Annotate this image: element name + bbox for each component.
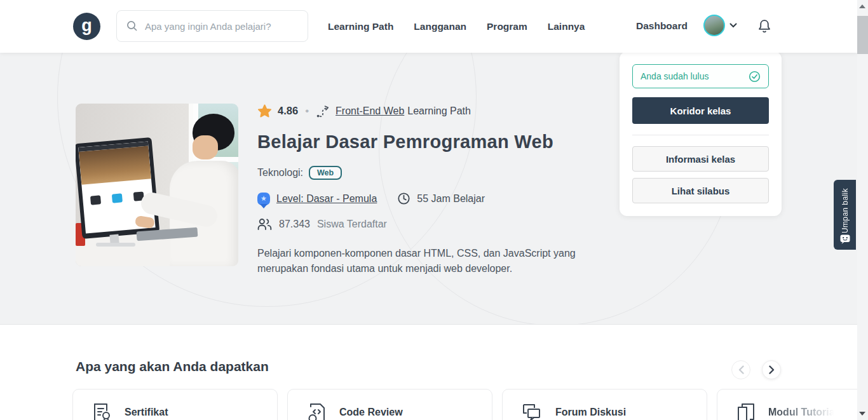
tutorial-module-icon <box>736 402 756 420</box>
level-badge-icon: ★ <box>257 193 270 205</box>
separator-dot: • <box>305 105 309 118</box>
rating-value: 4.86 <box>278 105 298 117</box>
rating-row: 4.86 • Front-End WebLearning Path <box>257 104 471 118</box>
class-info-button[interactable]: Informasi kelas <box>632 146 769 172</box>
students-label: Siswa Terdaftar <box>317 219 387 230</box>
course-meta-row: ★ Level: Dasar - Pemula 55 Jam Belajar <box>257 192 485 205</box>
course-image <box>76 104 238 266</box>
course-page: g Learning Path Langganan Program Lainny… <box>0 0 868 420</box>
dicoding-logo[interactable]: g <box>73 13 100 40</box>
scroll-down-arrow[interactable] <box>859 412 865 416</box>
benefits-section: Apa yang akan Anda dapatkan <box>0 325 857 420</box>
benefits-heading: Apa yang akan Anda dapatkan <box>76 359 269 374</box>
learning-path-suffix: Learning Path <box>407 105 471 116</box>
nav-program[interactable]: Program <box>487 21 527 32</box>
scroll-up-arrow[interactable] <box>859 4 865 8</box>
course-title: Belajar Dasar Pemrograman Web <box>257 132 553 152</box>
benefit-label: Sertifikat <box>125 407 168 418</box>
view-syllabus-button[interactable]: Lihat silabus <box>632 178 769 203</box>
chevron-down-icon <box>729 23 737 28</box>
benefit-card-forum: Forum Diskusi <box>502 389 707 420</box>
technology-label: Teknologi: <box>257 167 303 179</box>
benefit-card-code-review: Code Review <box>287 389 492 420</box>
technology-badge-web[interactable]: Web <box>309 166 342 180</box>
feedback-chat-icon <box>840 234 850 244</box>
learning-path-icon <box>316 104 330 118</box>
learning-path-link[interactable]: Front-End Web <box>336 105 404 116</box>
students-count: 87.343 <box>279 219 310 230</box>
benefits-cards: Sertifikat Code Review <box>72 389 868 420</box>
notification-bell-icon[interactable] <box>757 18 772 35</box>
students-row: 87.343 Siswa Terdaftar <box>257 217 387 231</box>
star-icon <box>257 104 272 118</box>
certificate-icon <box>92 402 112 420</box>
card-divider <box>632 135 769 135</box>
feedback-tab-label: Umpan balik <box>841 188 850 233</box>
technology-row: Teknologi: Web <box>257 166 342 180</box>
main-nav: Learning Path Langganan Program Lainnya <box>328 0 585 53</box>
status-passed-label: Anda sudah lulus <box>641 71 709 81</box>
benefit-label: Modul Tutorial <box>768 407 837 418</box>
page-scrollbar[interactable] <box>857 0 868 420</box>
benefit-card-certificate: Sertifikat <box>72 389 278 420</box>
feedback-tab[interactable]: Umpan balik <box>834 180 856 250</box>
nav-langganan[interactable]: Langganan <box>414 21 466 32</box>
nav-lainnya[interactable]: Lainnya <box>548 21 585 32</box>
user-menu[interactable] <box>703 15 737 36</box>
check-circle-icon <box>749 71 761 83</box>
study-hours: 55 Jam Belajar <box>417 193 485 205</box>
students-icon <box>257 217 272 231</box>
avatar[interactable] <box>703 15 725 36</box>
benefit-card-module: Modul Tutorial <box>717 389 868 420</box>
carousel-prev-button[interactable] <box>731 360 750 379</box>
level-link[interactable]: Level: Dasar - Pemula <box>276 193 377 205</box>
search-bar[interactable] <box>116 10 308 42</box>
course-description: Pelajari komponen-komponen dasar HTML, C… <box>257 246 597 276</box>
carousel-next-button[interactable] <box>762 360 781 379</box>
benefit-label: Forum Diskusi <box>555 407 626 418</box>
clock-icon <box>397 192 410 205</box>
benefit-label: Code Review <box>339 407 403 418</box>
status-passed: Anda sudah lulus <box>632 64 769 88</box>
nav-dashboard[interactable]: Dashboard <box>636 20 688 32</box>
search-input[interactable] <box>145 21 298 32</box>
header: g Learning Path Langganan Program Lainny… <box>0 0 857 53</box>
search-icon <box>126 20 138 32</box>
enrollment-card: Anda sudah lulus Koridor kelas Informasi… <box>620 51 782 216</box>
scrollbar-thumb[interactable] <box>857 16 868 54</box>
nav-learning-path[interactable]: Learning Path <box>328 21 393 32</box>
forum-discussion-icon <box>522 403 543 420</box>
code-review-icon <box>307 402 327 420</box>
class-corridor-button[interactable]: Koridor kelas <box>632 97 769 124</box>
